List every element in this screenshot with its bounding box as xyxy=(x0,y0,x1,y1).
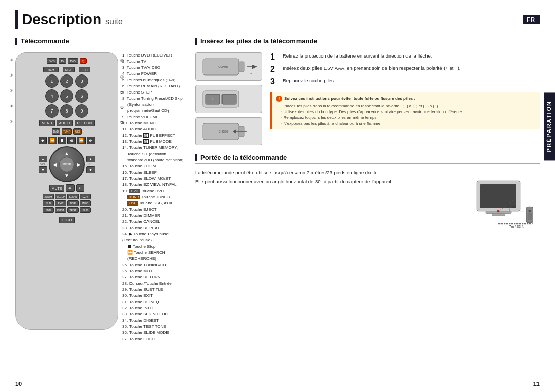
prev-button[interactable]: ⏮ xyxy=(39,137,47,144)
digest-button[interactable]: DGST xyxy=(55,207,66,213)
vol-ch-controls: ▲ VOL ▼ ▲ ▼ ◀ ▶ ENTER xyxy=(39,146,95,182)
svg-text:30°: 30° xyxy=(511,205,516,209)
range-text1: La télécommande peut être utilisée jusqu… xyxy=(195,169,449,176)
sleep-button[interactable]: SLEEP xyxy=(55,194,66,199)
dvd-button[interactable]: DVD xyxy=(47,58,57,64)
subtitle-button[interactable]: SUB xyxy=(43,200,54,206)
num-6[interactable]: 6 xyxy=(75,89,88,103)
dsp-button[interactable]: DSP xyxy=(67,200,79,206)
page-title: Description suite xyxy=(22,11,123,28)
top-buttons-row: DVD TV TV/V ⏻ xyxy=(47,58,87,64)
num-9[interactable]: 9 xyxy=(75,104,88,118)
ffwd-button[interactable]: ⏩ xyxy=(77,137,86,144)
sound-button[interactable]: SND xyxy=(43,207,54,213)
extra-controls: MENU AUDIO RETURN xyxy=(39,120,95,126)
svg-rect-18 xyxy=(492,214,505,216)
ch-up[interactable]: ▲ xyxy=(86,156,95,162)
info-button[interactable]: INFO xyxy=(80,200,91,206)
num-7[interactable]: 7 xyxy=(45,104,59,118)
number-pad: 1 2 3 4 5 6 7 8 9 xyxy=(45,74,88,118)
dvd-source[interactable]: DVD xyxy=(52,128,61,135)
return-button[interactable]: RETURN xyxy=(75,120,95,126)
vol-down[interactable]: ▼ xyxy=(39,166,47,173)
svg-text:7m / 23 ft: 7m / 23 ft xyxy=(509,225,524,228)
preset-button[interactable]: PRST xyxy=(79,67,90,72)
page-numbers: 10 11 xyxy=(15,378,540,387)
power-row: REM STEP PRST xyxy=(20,67,114,72)
test-button[interactable]: TEST xyxy=(67,207,79,213)
remote-image: ① ② ③ ④ ⑤ ⑲ ⑳ ㉑ ㉒ ㉓ xyxy=(15,52,118,330)
telecommande-title: Télécommande xyxy=(15,37,185,47)
svg-text:+: + xyxy=(212,97,214,101)
step-button[interactable]: STEP xyxy=(63,67,74,72)
button-list: 1. Touche DVD RECEIVER 2. Touche TV 3. T… xyxy=(122,52,185,342)
page-left: 10 xyxy=(15,381,22,387)
svg-point-25 xyxy=(528,210,531,212)
range-diagram: 30° 7m / 23 ft xyxy=(457,169,540,236)
svg-text:−: − xyxy=(228,97,231,101)
lang-badge: FR xyxy=(523,15,540,24)
range-title: Portée de la télécommande xyxy=(195,154,540,164)
next-button[interactable]: ⏭ xyxy=(87,137,95,144)
power-top-button[interactable]: ⏻ xyxy=(80,58,87,64)
remain-button[interactable]: REM xyxy=(43,67,59,72)
ch-down[interactable]: ▼ xyxy=(86,166,95,173)
preparation-sidebar: PRÉPARATION xyxy=(544,92,555,160)
nav-right[interactable]: ▶ xyxy=(77,162,81,167)
svg-rect-26 xyxy=(528,213,532,220)
slow-button[interactable]: SLOW xyxy=(67,194,79,199)
right-column: Insérez les piles de la télécommande xyxy=(195,37,540,378)
zoom-button[interactable]: ZOOM xyxy=(43,194,54,199)
svg-text:→: → xyxy=(249,72,253,76)
battery-step1: 1 Retirez la protection de la batterie e… xyxy=(270,52,540,62)
transport-controls: ⏮ ⏪ ⏹ ⏯ ⏩ ⏭ xyxy=(39,137,95,144)
usb-source[interactable]: USB xyxy=(73,128,82,135)
range-text2: Elle peut aussi fonctionner avec un angl… xyxy=(195,178,449,185)
mute-row: MUTE ⏏ ↵ xyxy=(49,184,85,192)
num-4[interactable]: 4 xyxy=(45,89,59,103)
logo-button[interactable]: LOGO xyxy=(59,217,75,223)
page-header: Description suite FR xyxy=(15,10,540,29)
warning-box: ! Suivez ces instructions pour éviter to… xyxy=(270,92,540,129)
nav-enter[interactable]: ENTER xyxy=(59,157,75,172)
warning-icon: ! xyxy=(276,96,282,102)
subtitle-text: suite xyxy=(105,17,123,26)
nav-down[interactable]: ▼ xyxy=(64,173,69,178)
num-2[interactable]: 2 xyxy=(60,74,73,88)
rewind-button[interactable]: ⏪ xyxy=(48,137,57,144)
eject-button[interactable]: ⏏ xyxy=(66,184,75,192)
battery-section: Insérez les piles de la télécommande xyxy=(195,37,540,145)
audio-button[interactable]: AUDIO xyxy=(57,120,73,126)
cursor-button[interactable]: ↵ xyxy=(76,184,84,192)
range-section: Portée de la télécommande La télécommand… xyxy=(195,154,540,236)
num-5[interactable]: 5 xyxy=(60,89,73,103)
ezview-button[interactable]: EZ V xyxy=(80,194,91,199)
battery-title: Insérez les piles de la télécommande xyxy=(195,37,540,47)
battery-step3: 3 Replacez le cache piles. xyxy=(270,77,540,86)
nav-up[interactable]: ▲ xyxy=(64,151,69,156)
range-content: La télécommande peut être utilisée jusqu… xyxy=(195,169,540,236)
svg-text:↓: ↓ xyxy=(244,94,246,98)
page-right: 11 xyxy=(533,381,540,387)
num-8[interactable]: 8 xyxy=(60,104,73,118)
warning-list: Placez les piles dans la télécommande en… xyxy=(276,103,535,126)
menu-button[interactable]: MENU xyxy=(39,120,55,126)
title-text: Description xyxy=(22,11,101,28)
tvvideo-button[interactable]: TV/V xyxy=(68,58,78,64)
num-3[interactable]: 3 xyxy=(75,74,88,88)
mute-button[interactable]: MUTE xyxy=(49,185,65,192)
play-button[interactable]: ⏯ xyxy=(67,137,76,144)
svg-text:close: close xyxy=(219,129,229,134)
tv-button[interactable]: TV xyxy=(59,58,66,64)
svg-rect-1 xyxy=(239,62,244,72)
exit-button[interactable]: EXIT xyxy=(55,200,66,206)
nav-left[interactable]: ◀ xyxy=(53,162,57,167)
svg-text:cover: cover xyxy=(218,64,229,69)
source-controls: DVD TUNR USB xyxy=(52,128,82,135)
nav-ring: ▲ ▼ ◀ ▶ ENTER xyxy=(49,146,85,182)
slide-button[interactable]: SLID xyxy=(80,207,91,213)
vol-up[interactable]: ▲ xyxy=(39,156,47,162)
stop-button[interactable]: ⏹ xyxy=(58,137,66,144)
num-1[interactable]: 1 xyxy=(45,74,59,88)
tuner-source[interactable]: TUNR xyxy=(62,128,72,135)
